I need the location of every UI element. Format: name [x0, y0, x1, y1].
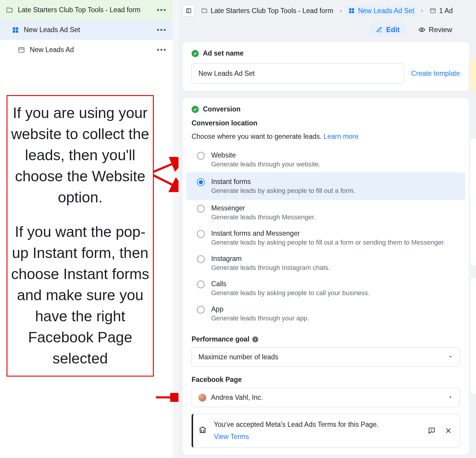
conversion-title: Conversion [192, 105, 460, 113]
conversion-option-calls[interactable]: CallsGenerate leads by asking people to … [192, 276, 460, 301]
tree-adset-label: New Leads Ad Set [24, 26, 80, 34]
right-panel-stub [470, 138, 476, 266]
radio-icon [197, 306, 205, 314]
svg-rect-0 [13, 27, 15, 30]
svg-rect-2 [13, 30, 15, 33]
right-panel-stub [470, 58, 476, 91]
annotation-callout: If you are using your website to collect… [7, 95, 154, 377]
option-label: Instagram [211, 255, 330, 263]
folder-icon [201, 7, 208, 14]
breadcrumb-ad[interactable]: 1 Ad [427, 6, 456, 16]
radio-icon [197, 152, 205, 160]
radio-icon [197, 205, 205, 213]
facebook-page-value: Andrea Vahl, Inc. [211, 394, 263, 402]
annotation-text-1: If you are using your website to collect… [10, 103, 150, 208]
option-desc: Generate leads through Instagram chats. [211, 264, 330, 272]
learn-more-link[interactable]: Learn more [324, 133, 359, 140]
option-label: Website [211, 151, 320, 159]
option-desc: Generate leads through Messenger. [211, 213, 316, 221]
review-tab[interactable]: Review [413, 23, 458, 37]
option-desc: Generate leads through your website. [211, 160, 320, 168]
option-desc: Generate leads through your app. [211, 314, 309, 322]
mode-tabs: Edit Review [178, 19, 476, 42]
lead-terms-notice: You've accepted Meta's Lead Ads Terms fo… [192, 414, 460, 448]
svg-rect-12 [352, 8, 354, 10]
option-desc: Generate leads by asking people to fill … [211, 187, 355, 195]
main-panel: Late Starters Club Top Tools - Lead form… [178, 0, 476, 458]
page-avatar [198, 394, 206, 402]
performance-goal-select[interactable]: Maximize number of leads [192, 347, 460, 367]
adset-name-title: Ad set name [192, 49, 460, 57]
right-panel-stub [470, 278, 476, 394]
terms-message: You've accepted Meta's Lead Ads Terms fo… [214, 421, 420, 429]
conversion-option-messenger[interactable]: MessengerGenerate leads through Messenge… [192, 200, 460, 225]
adset-name-card: Ad set name Create template [183, 42, 469, 91]
radio-icon [197, 178, 205, 186]
close-icon[interactable] [444, 426, 453, 435]
radio-icon [197, 230, 205, 238]
conversion-card: Conversion Conversion location Choose wh… [183, 98, 469, 455]
ad-icon [18, 46, 25, 53]
more-icon[interactable]: ••• [157, 45, 167, 54]
svg-rect-14 [352, 11, 354, 13]
breadcrumb-adset-label: New Leads Ad Set [358, 7, 414, 15]
conversion-location-desc: Choose where you want to generate leads.… [192, 133, 460, 141]
conversion-location-label: Conversion location [192, 119, 460, 127]
option-label: Messenger [211, 204, 316, 212]
annotation-text-2: If you want the pop-up Instant form, the… [10, 221, 150, 369]
tree-ad-label: New Leads Ad [30, 46, 74, 54]
conversion-option-app[interactable]: AppGenerate leads through your app. [192, 301, 460, 326]
option-label: Calls [211, 280, 370, 288]
adset-icon [348, 7, 355, 14]
more-icon[interactable]: ••• [157, 5, 167, 15]
breadcrumb-adset[interactable]: New Leads Ad Set [345, 6, 417, 16]
conversion-option-instant-forms[interactable]: Instant formsGenerate leads by asking pe… [186, 172, 465, 200]
institution-icon [198, 426, 207, 436]
breadcrumb-campaign[interactable]: Late Starters Club Top Tools - Lead form [198, 6, 336, 16]
breadcrumb-ad-label: 1 Ad [439, 7, 453, 15]
svg-rect-9 [187, 9, 191, 12]
view-terms-link[interactable]: View Terms [214, 433, 420, 441]
chevron-right-icon: › [340, 7, 342, 15]
folder-icon [6, 7, 13, 14]
breadcrumb-campaign-label: Late Starters Club Top Tools - Lead form [211, 7, 333, 15]
info-icon[interactable]: i [252, 336, 258, 342]
caret-down-icon [448, 394, 453, 402]
tree-item-adset[interactable]: New Leads Ad Set ••• [0, 20, 173, 40]
svg-point-17 [421, 29, 423, 31]
performance-goal-value: Maximize number of leads [198, 353, 278, 361]
panel-toggle-button[interactable] [183, 5, 195, 17]
breadcrumb-bar: Late Starters Club Top Tools - Lead form… [178, 2, 476, 19]
tree-item-campaign[interactable]: Late Starters Club Top Tools - Lead form… [0, 0, 173, 20]
svg-rect-1 [16, 27, 18, 30]
conversion-option-instant-forms-and-messenger[interactable]: Instant forms and MessengerGenerate lead… [192, 225, 460, 251]
feedback-icon[interactable] [427, 426, 436, 435]
svg-rect-3 [16, 30, 18, 33]
conversion-location-options: WebsiteGenerate leads through your websi… [192, 147, 460, 326]
svg-rect-11 [349, 8, 351, 10]
option-label: Instant forms [211, 178, 355, 186]
caret-down-icon [448, 353, 453, 361]
option-label: App [211, 305, 309, 313]
conversion-option-website[interactable]: WebsiteGenerate leads through your websi… [192, 147, 460, 172]
create-template-link[interactable]: Create template [411, 70, 460, 78]
svg-point-21 [432, 431, 432, 432]
tree-item-ad[interactable]: New Leads Ad ••• [0, 40, 173, 60]
performance-goal-label: Performance goal i [192, 335, 460, 343]
check-icon [192, 50, 199, 57]
review-tab-label: Review [429, 26, 452, 34]
adset-name-input[interactable] [192, 63, 404, 84]
conversion-option-instagram[interactable]: InstagramGenerate leads through Instagra… [192, 251, 460, 276]
option-label: Instant forms and Messenger [211, 229, 445, 237]
chevron-right-icon: › [421, 7, 423, 15]
edit-tab-label: Edit [386, 26, 400, 34]
option-desc: Generate leads by asking people to fill … [211, 239, 445, 246]
ad-icon [430, 7, 436, 14]
option-desc: Generate leads by asking people to call … [211, 289, 370, 297]
edit-tab[interactable]: Edit [370, 23, 405, 37]
facebook-page-select[interactable]: Andrea Vahl, Inc. [192, 388, 460, 407]
radio-icon [197, 255, 205, 263]
facebook-page-label: Facebook Page [192, 376, 460, 384]
more-icon[interactable]: ••• [157, 25, 167, 34]
check-icon [192, 106, 199, 113]
